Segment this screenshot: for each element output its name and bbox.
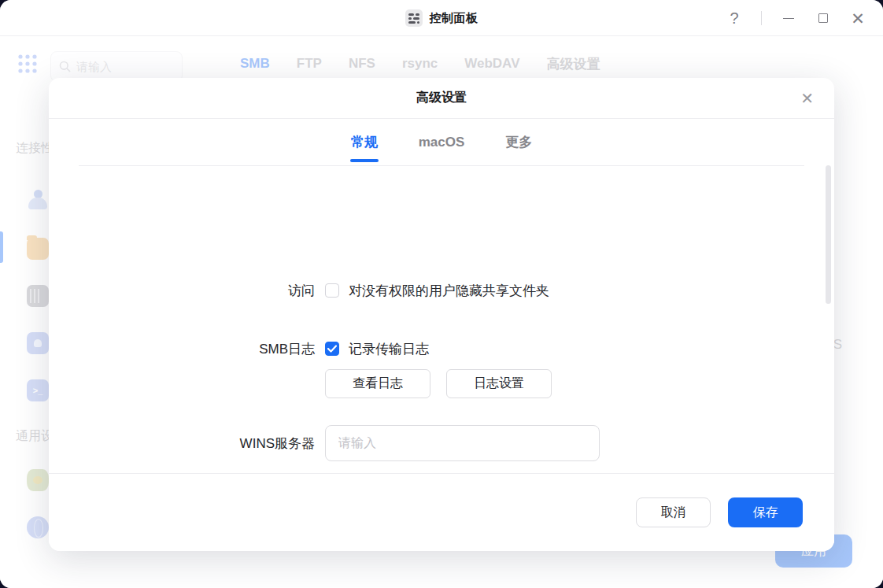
dialog-tab-general[interactable]: 常规 <box>349 119 379 165</box>
window-title: 控制面板 <box>430 11 478 26</box>
dialog-footer: 取消 保存 <box>49 473 834 551</box>
transfer-log-checkbox-label: 记录传输日志 <box>349 340 429 358</box>
dialog-tabs: 常规 macOS 更多 <box>49 119 834 165</box>
titlebar-separator <box>761 11 762 25</box>
dialog-tab-more[interactable]: 更多 <box>504 119 534 165</box>
advanced-settings-dialog: 高级设置 ✕ 常规 macOS 更多 访问 对没有权限的用户隐藏共享文件夹 SM… <box>49 78 834 551</box>
form-row-access: 访问 对没有权限的用户隐藏共享文件夹 <box>49 279 549 301</box>
hide-share-checkbox[interactable] <box>325 283 339 298</box>
app-window: SMB FTP NFS rsync WebDAV 高级设置 连接性 >_ 通用设… <box>0 0 883 588</box>
titlebar: 控制面板 ? ✕ <box>0 0 883 36</box>
dialog-tab-macos[interactable]: macOS <box>417 119 467 165</box>
form-row-wins: WINS服务器 <box>49 425 600 461</box>
dialog-title: 高级设置 <box>416 90 467 106</box>
wins-server-label: WINS服务器 <box>49 435 315 453</box>
save-button[interactable]: 保存 <box>728 497 803 527</box>
minimize-button[interactable] <box>781 10 796 26</box>
cancel-button[interactable]: 取消 <box>636 497 711 527</box>
dialog-form: 访问 对没有权限的用户隐藏共享文件夹 SMB日志 记录传输日志 <box>49 166 834 473</box>
help-button[interactable]: ? <box>726 10 742 26</box>
control-panel-icon <box>405 9 423 27</box>
maximize-button[interactable] <box>815 10 831 26</box>
log-settings-button[interactable]: 日志设置 <box>446 369 552 398</box>
transfer-log-checkbox[interactable] <box>325 342 339 356</box>
access-label: 访问 <box>49 282 315 300</box>
window-close-icon[interactable]: ✕ <box>850 10 866 26</box>
form-row-smb-log: SMB日志 记录传输日志 <box>49 338 429 360</box>
check-icon <box>327 345 337 353</box>
dialog-header: 高级设置 ✕ <box>49 78 834 119</box>
dialog-scrollbar-thumb[interactable] <box>826 165 831 304</box>
dialog-close-icon[interactable]: ✕ <box>800 78 814 119</box>
form-row-log-buttons: 查看日志 日志设置 <box>49 368 552 399</box>
smb-log-label: SMB日志 <box>49 340 315 358</box>
wins-server-input[interactable] <box>325 425 600 461</box>
hide-share-checkbox-label: 对没有权限的用户隐藏共享文件夹 <box>349 282 549 300</box>
view-log-button[interactable]: 查看日志 <box>325 369 430 398</box>
